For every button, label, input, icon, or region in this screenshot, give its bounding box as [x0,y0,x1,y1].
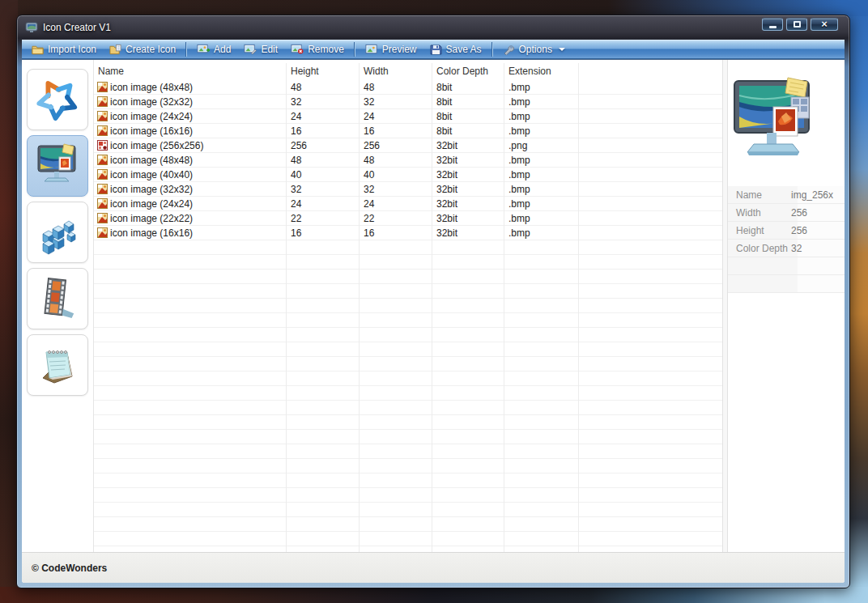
monitor-preview-image [728,76,823,176]
options-wrench-icon [503,44,515,55]
table-row[interactable]: icon image (16x16)16168bit.bmp [94,124,722,138]
property-row[interactable]: Height 256 [728,222,845,240]
close-button[interactable]: × [811,18,838,31]
close-icon: × [821,19,828,30]
property-label: Height [728,225,791,236]
desktop-wallpaper-left [0,0,18,603]
options-button[interactable]: Options [496,40,572,58]
toolbar: Import Icon Create Icon Add [22,40,845,59]
property-row[interactable]: Name img_256x [728,186,845,204]
toolbar-label: Preview [382,44,417,55]
table-row[interactable]: icon image (24x24)24248bit.bmp [94,109,722,124]
maximize-button[interactable] [786,18,807,31]
bmp-image-icon [97,125,108,136]
client-area: Name Height Width Color Depth Extension … [22,60,845,583]
bmp-image-icon [97,227,108,238]
toolbar-separator [354,42,355,57]
app-icon [25,21,38,34]
bmp-image-icon [97,82,108,92]
table-row[interactable]: icon image (22x22)222232bit.bmp [94,211,722,226]
table-body: icon image (48x48)48488bit.bmp icon imag… [94,80,722,240]
status-bar: © CodeWonders [22,552,845,583]
sidebar-thumb-notepad[interactable] [27,334,88,396]
dropdown-caret-icon [559,48,565,51]
save-as-icon [430,44,442,55]
column-header-name[interactable]: Name [98,66,124,77]
column-header-height[interactable]: Height [291,66,319,77]
star-arrows-icon [34,76,81,123]
sidebar-thumb-cubes[interactable] [27,202,88,263]
properties-list: Name img_256x Width 256 Height 256 Color… [728,186,845,293]
column-header-colordepth[interactable]: Color Depth [436,66,488,77]
table-row[interactable]: icon image (256x256)25625632bit.png [94,138,722,153]
copyright-text: © CodeWonders [32,563,107,574]
property-value: img_256x [791,189,845,201]
table-row[interactable]: icon image (48x48)48488bit.bmp [94,80,722,95]
vertical-scrollbar[interactable] [722,60,728,552]
import-icon-button[interactable]: Import Icon [25,40,103,58]
toolbar-label: Edit [261,44,278,55]
edit-image-icon [244,44,257,55]
column-header-extension[interactable]: Extension [508,66,551,77]
property-row[interactable]: Color Depth 32 [728,240,845,257]
sidebar-thumb-star[interactable] [27,69,88,130]
bmp-image-icon [97,198,108,209]
edit-button[interactable]: Edit [237,40,284,58]
desktop-wallpaper-bottom [0,587,868,603]
property-label: Width [728,207,791,219]
property-value: 256 [791,225,845,236]
bmp-image-icon [97,184,108,194]
table-row[interactable]: icon image (24x24)242432bit.bmp [94,197,722,211]
toolbar-label: Create Icon [126,44,176,55]
blue-cubes-icon [35,210,80,255]
icon-thumbnail-sidebar [22,60,94,552]
bmp-image-icon [97,213,108,223]
table-row[interactable]: icon image (32x32)323232bit.bmp [94,182,722,197]
png-image-icon [97,140,108,151]
table-row[interactable]: icon image (48x48)484832bit.bmp [94,153,722,168]
create-icon-button[interactable]: Create Icon [103,40,182,58]
property-row-empty [728,257,845,275]
table-header: Name Height Width Color Depth Extension [94,63,722,80]
table-row[interactable]: icon image (16x16)161632bit.bmp [94,226,722,240]
maximize-icon [794,21,801,28]
preview-button[interactable]: Preview [359,40,423,58]
sidebar-thumb-film[interactable] [27,268,88,329]
property-value: 32 [791,243,845,254]
add-button[interactable]: Add [190,40,237,58]
film-strip-icon [35,276,80,321]
bmp-image-icon [97,111,108,121]
property-label: Color Depth [728,243,791,254]
property-row[interactable]: Width 256 [728,204,845,222]
desktop-wallpaper-top [0,0,868,16]
icon-image-table: Name Height Width Color Depth Extension … [94,60,722,552]
table-row[interactable]: icon image (32x32)32328bit.bmp [94,95,722,109]
toolbar-label: Add [214,44,231,55]
add-image-icon [197,44,210,55]
column-header-width[interactable]: Width [364,66,389,77]
folder-import-icon [32,44,44,55]
bmp-image-icon [97,96,108,107]
notepad-icon [35,342,80,388]
save-as-button[interactable]: Save As [423,40,488,58]
toolbar-label: Save As [446,44,482,55]
toolbar-label: Options [519,44,552,55]
table-row[interactable]: icon image (40x40)404032bit.bmp [94,168,722,182]
toolbar-separator [491,42,493,57]
toolbar-label: Import Icon [48,44,96,55]
window-title: Icon Creator V1 [43,22,111,33]
property-row-empty [728,275,845,293]
sidebar-thumb-monitor[interactable] [27,135,88,197]
bmp-image-icon [97,169,108,180]
toolbar-label: Remove [308,44,344,55]
preview-image-icon [365,44,378,55]
minimize-button[interactable] [762,18,783,31]
folder-new-icon [109,44,121,55]
preview-panel: Name img_256x Width 256 Height 256 Color… [728,60,845,552]
property-value: 256 [791,207,845,219]
monitor-image-icon [33,142,82,189]
title-bar[interactable]: Icon Creator V1 [22,17,845,38]
minimize-icon [769,26,777,28]
remove-button[interactable]: Remove [284,40,351,58]
remove-image-icon [291,44,304,55]
